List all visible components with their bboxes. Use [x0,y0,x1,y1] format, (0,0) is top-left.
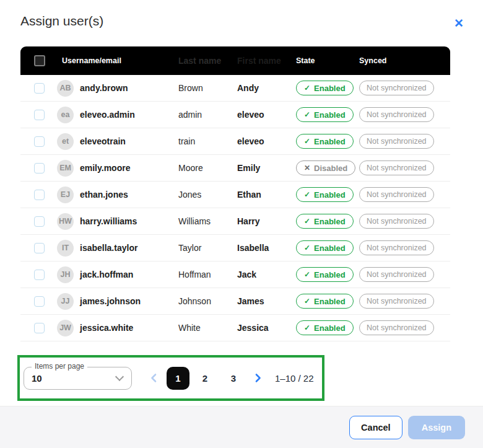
row-checkbox[interactable] [34,216,45,227]
page-button-2[interactable]: 2 [196,373,214,384]
state-icon: ✕ [304,164,310,172]
table-row: JW jessica.white White Jessica ✓ Enabled… [20,315,450,341]
row-checkbox[interactable] [34,163,45,173]
first-name-cell: James [237,296,296,306]
table-row: JJ james.johnson Johnson James ✓ Enabled… [20,288,450,315]
username-cell: emily.moore [80,163,130,173]
assign-button[interactable]: Assign [408,416,465,439]
avatar: JW [57,320,74,336]
state-icon: ✓ [304,323,310,332]
state-icon: ✓ [304,217,310,226]
avatar-initials: JW [59,323,71,332]
avatar-initials: ea [61,110,70,119]
username-cell: james.johnson [80,296,141,306]
first-name-cell: Andy [237,83,296,93]
row-checkbox[interactable] [34,136,45,147]
last-name-cell: Brown [178,83,237,93]
state-badge: ✓ Enabled [296,107,354,122]
table-row: JH jack.hoffman Hoffman Jack ✓ Enabled N… [20,261,450,288]
avatar: ea [57,107,74,123]
chevron-right-icon [250,371,265,385]
state-label: Enabled [314,84,346,93]
synced-badge: Not synchronized [359,81,434,95]
column-header-synced: Synced [359,56,450,65]
state-icon: ✓ [304,84,310,92]
state-label: Enabled [314,297,346,306]
avatar: JH [57,266,74,283]
cancel-button[interactable]: Cancel [349,416,402,439]
avatar-initials: et [62,137,69,146]
table-header: Username/email Last name First name Stat… [20,46,450,75]
username-cell: eleveotrain [80,136,126,146]
last-name-cell: Taylor [178,243,237,253]
state-icon: ✓ [304,190,310,199]
table-row: EJ ethan.jones Jones Ethan ✓ Enabled Not… [20,182,450,208]
state-icon: ✓ [304,297,310,305]
synced-badge: Not synchronized [359,134,434,149]
column-header-last-name: Last name [178,56,237,66]
state-badge: ✓ Enabled [296,214,354,229]
state-label: Enabled [314,137,346,146]
close-icon[interactable]: ✕ [451,15,466,30]
page-button-1[interactable]: 1 [167,367,189,390]
avatar-initials: EJ [61,190,70,199]
pagination-range: 1–10 / 22 [275,373,314,384]
state-badge: ✓ Enabled [296,134,354,149]
avatar-initials: AB [59,84,71,92]
page-button-3[interactable]: 3 [224,373,243,384]
avatar-initials: JJ [61,297,70,305]
next-page-button[interactable] [250,371,265,385]
page-title: Assign user(s) [20,14,103,29]
username-cell: eleveo.admin [80,110,135,120]
first-name-cell: Emily [237,163,296,173]
column-header-first-name: First name [237,56,296,66]
state-badge: ✕ Disabled [296,160,355,175]
row-checkbox[interactable] [34,190,45,200]
previous-page-button[interactable] [147,371,162,385]
select-all-checkbox[interactable] [34,55,45,66]
state-label: Enabled [314,190,346,200]
row-checkbox[interactable] [34,296,45,307]
avatar-initials: EM [59,164,71,172]
synced-badge: Not synchronized [359,160,434,175]
synced-badge: Not synchronized [359,187,434,202]
row-checkbox[interactable] [34,243,45,253]
table-row: EM emily.moore Moore Emily ✕ Disabled No… [20,155,450,182]
synced-badge: Not synchronized [359,320,434,335]
chevron-down-icon [115,372,124,380]
row-checkbox[interactable] [34,323,45,333]
state-label: Enabled [314,217,346,226]
assign-users-dialog: Assign user(s) ✕ Username/email Last nam… [0,0,483,448]
items-per-page-label: Items per page [32,362,87,371]
column-header-state: State [296,56,359,65]
synced-badge: Not synchronized [359,214,434,229]
table-row: HW harry.williams Williams Harry ✓ Enabl… [20,208,450,235]
state-label: Enabled [314,244,346,253]
first-name-cell: Harry [237,216,296,226]
last-name-cell: train [178,136,237,146]
state-icon: ✓ [304,137,310,146]
avatar: HW [57,213,74,230]
last-name-cell: Jones [178,190,237,200]
dialog-footer: Cancel Assign [0,406,483,448]
table-row: IT isabella.taylor Taylor Isabella ✓ Ena… [20,235,450,261]
table-body: AB andy.brown Brown Andy ✓ Enabled Not s… [20,75,450,341]
state-badge: ✓ Enabled [296,81,354,95]
row-checkbox[interactable] [34,83,45,94]
last-name-cell: Hoffman [178,270,237,279]
last-name-cell: admin [178,110,237,120]
first-name-cell: Ethan [237,190,296,200]
state-label: Enabled [314,110,346,120]
avatar: IT [57,240,74,257]
state-badge: ✓ Enabled [296,240,354,255]
last-name-cell: Williams [178,216,237,226]
state-badge: ✓ Enabled [296,320,354,335]
items-per-page-select[interactable]: Items per page 10 [24,367,132,390]
row-checkbox[interactable] [34,270,45,280]
column-header-username: Username/email [54,56,178,65]
username-cell: isabella.taylor [80,243,137,253]
avatar-initials: HW [59,217,72,226]
row-checkbox[interactable] [34,110,45,120]
avatar: EJ [57,187,74,203]
first-name-cell: Jack [237,270,296,279]
